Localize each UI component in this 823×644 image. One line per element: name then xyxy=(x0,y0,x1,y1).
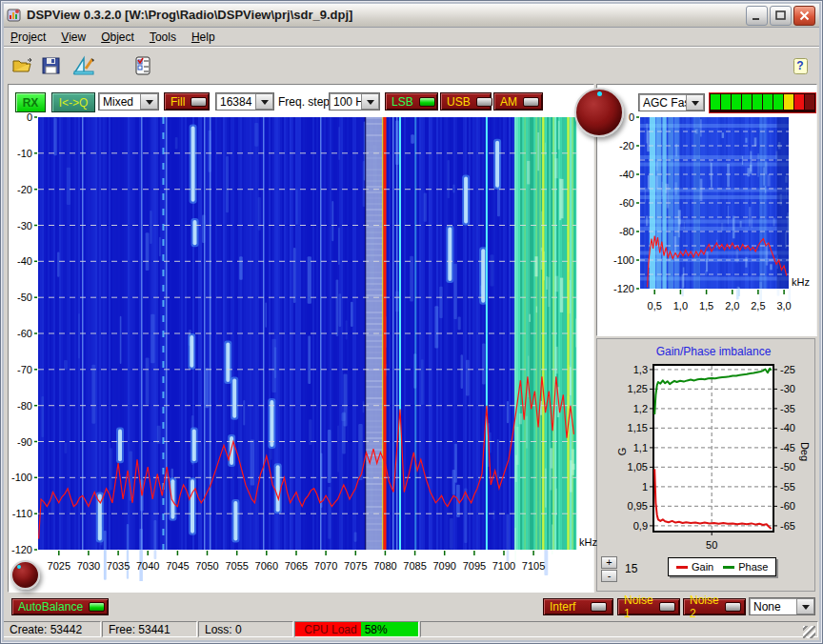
minimize-button[interactable] xyxy=(746,6,768,26)
app-window: DSPView 0.3.2.0 [W:\Prog\Radio\DSPView\p… xyxy=(0,0,823,644)
noise1-label: Noise 1 xyxy=(624,594,653,620)
svg-text:-35: -35 xyxy=(780,403,795,414)
svg-text:-55: -55 xyxy=(780,481,795,493)
am-button[interactable]: AM xyxy=(493,92,543,111)
fill-led xyxy=(191,97,207,107)
svg-text:-120: -120 xyxy=(11,544,32,555)
window-title: DSPView 0.3.2.0 [W:\Prog\Radio\DSPView\p… xyxy=(27,8,352,22)
cpu-load-indicator: CPU Load 58% xyxy=(294,621,419,637)
status-bar: Create: 53442 Free: 53441 Loss: 0 CPU Lo… xyxy=(3,619,820,640)
rx-label: RX xyxy=(23,96,39,110)
am-led xyxy=(523,97,539,107)
svg-text:-30: -30 xyxy=(780,383,795,394)
svg-text:7105: 7105 xyxy=(522,560,545,572)
menu-item-object[interactable]: Object xyxy=(93,29,142,46)
resize-grip[interactable] xyxy=(803,626,815,638)
fft-size-value: 16384 xyxy=(216,95,255,109)
svg-text:-40: -40 xyxy=(780,422,795,433)
menu-item-view[interactable]: View xyxy=(53,29,93,46)
app-icon xyxy=(7,8,22,23)
lsb-button[interactable]: LSB xyxy=(385,92,438,111)
noise1-button[interactable]: Noise 1 xyxy=(617,598,680,615)
knob-marker xyxy=(597,91,602,96)
rx-button[interactable]: RX xyxy=(15,92,46,112)
svg-text:2,5: 2,5 xyxy=(751,300,765,312)
chart-design-icon[interactable] xyxy=(71,54,96,77)
menu-item-tools[interactable]: Tools xyxy=(142,29,184,46)
svg-text:7070: 7070 xyxy=(314,560,337,572)
iq-swap-button[interactable]: I<->Q xyxy=(51,92,95,112)
gain-legend-label: Gain xyxy=(692,561,713,573)
svg-text:1,5: 1,5 xyxy=(699,300,713,312)
noise2-label: Noise 2 xyxy=(690,594,719,620)
agc-value: AGC Fast xyxy=(639,96,686,110)
svg-text:7095: 7095 xyxy=(463,560,486,572)
input-mode-select[interactable]: Mixed xyxy=(98,92,159,111)
svg-text:7090: 7090 xyxy=(432,560,455,572)
svg-text:1,0: 1,0 xyxy=(673,300,688,312)
knob-marker xyxy=(17,565,21,569)
chevron-down-icon[interactable] xyxy=(361,93,379,110)
filter-value: None xyxy=(750,600,796,614)
chevron-down-icon[interactable] xyxy=(255,93,273,110)
zoom-spectrogram[interactable]: 0-20-40-60-80-100-1200,51,01,52,02,53,0k… xyxy=(600,105,823,324)
close-button[interactable] xyxy=(793,6,815,26)
help-icon[interactable]: ? xyxy=(792,54,809,77)
chevron-down-icon[interactable] xyxy=(686,94,704,111)
chevron-down-icon[interactable] xyxy=(796,598,814,614)
tuning-knob[interactable] xyxy=(574,88,624,137)
freq-step-select[interactable]: 100 Hz xyxy=(329,92,380,111)
svg-text:1: 1 xyxy=(642,481,648,493)
svg-text:-40: -40 xyxy=(17,255,32,267)
svg-text:-100: -100 xyxy=(613,254,634,266)
save-icon[interactable] xyxy=(39,54,64,77)
svg-text:7045: 7045 xyxy=(166,560,189,572)
svg-text:-20: -20 xyxy=(17,184,32,195)
open-project-icon[interactable] xyxy=(10,54,35,77)
svg-text:0,9: 0,9 xyxy=(633,520,648,532)
scale-plus-button[interactable]: + xyxy=(601,556,617,569)
title-bar[interactable]: DSPView 0.3.2.0 [W:\Prog\Radio\DSPView\p… xyxy=(3,3,820,28)
main-spectrogram[interactable]: 0-10-20-30-40-50-60-70-80-90-100-110-120… xyxy=(0,105,600,581)
svg-text:2,0: 2,0 xyxy=(725,300,739,312)
menu-item-help[interactable]: Help xyxy=(184,29,223,46)
status-spacer xyxy=(420,621,818,637)
interf-label: Interf xyxy=(550,600,575,614)
usb-led xyxy=(476,97,492,107)
svg-text:-60: -60 xyxy=(17,328,32,339)
object-list-icon[interactable] xyxy=(130,54,155,77)
fine-tune-knob[interactable] xyxy=(10,560,40,590)
cpu-load-label: CPU Load xyxy=(295,622,361,636)
fill-button[interactable]: Fill xyxy=(164,92,210,111)
interf-button[interactable]: Interf xyxy=(543,598,613,615)
autobalance-button[interactable]: AutoBalance xyxy=(11,598,109,615)
svg-text:7075: 7075 xyxy=(344,560,367,572)
menu-item-project[interactable]: Project xyxy=(3,29,53,46)
svg-text:G: G xyxy=(616,448,628,456)
svg-text:Deg: Deg xyxy=(799,442,811,461)
status-create: Create: 53442 xyxy=(3,621,101,637)
svg-text:-80: -80 xyxy=(17,400,32,412)
svg-text:-60: -60 xyxy=(780,500,795,512)
toolbar: ? xyxy=(3,47,820,83)
maximize-button[interactable] xyxy=(770,6,792,26)
legend-item: Phase xyxy=(723,561,768,573)
svg-text:7065: 7065 xyxy=(285,560,308,572)
svg-text:7060: 7060 xyxy=(255,560,278,572)
interf-led xyxy=(591,602,607,612)
fft-size-select[interactable]: 16384 xyxy=(215,92,274,111)
scale-minus-button[interactable]: - xyxy=(601,570,617,582)
svg-text:-100: -100 xyxy=(11,472,32,483)
autobalance-led xyxy=(89,602,105,612)
svg-text:7080: 7080 xyxy=(373,560,396,572)
agc-select[interactable]: AGC Fast xyxy=(638,93,705,111)
usb-button[interactable]: USB xyxy=(440,92,492,111)
svg-text:7040: 7040 xyxy=(136,560,159,572)
svg-text:-60: -60 xyxy=(619,197,634,209)
svg-text:7035: 7035 xyxy=(107,560,130,572)
cpu-load-value: 58% xyxy=(361,622,418,636)
noise2-button[interactable]: Noise 2 xyxy=(683,598,746,615)
svg-text:0,5: 0,5 xyxy=(648,300,662,312)
chevron-down-icon[interactable] xyxy=(140,93,158,110)
filter-select[interactable]: None xyxy=(749,597,815,615)
